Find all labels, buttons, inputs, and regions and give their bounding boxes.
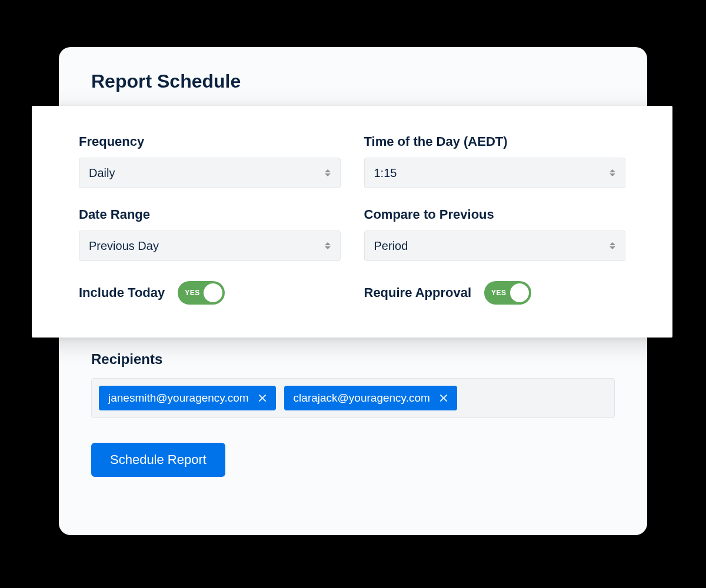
recipients-label: Recipients — [91, 351, 615, 368]
remove-recipient-icon[interactable] — [438, 393, 449, 403]
toggle-state: YES — [491, 289, 507, 297]
submit-row: Schedule Report — [91, 443, 615, 477]
recipient-email: clarajack@youragency.com — [294, 392, 430, 405]
recipient-chip: clarajack@youragency.com — [284, 386, 457, 410]
compare-to-select[interactable]: Period — [364, 230, 626, 261]
frequency-label: Frequency — [79, 134, 341, 149]
include-today-row: Include Today YES — [79, 281, 341, 305]
select-caret-icon — [610, 242, 615, 249]
remove-recipient-icon[interactable] — [257, 393, 268, 403]
toggle-knob — [204, 283, 222, 302]
time-field: Time of the Day (AEDT) 1:15 — [364, 134, 626, 188]
select-caret-icon — [610, 169, 615, 176]
date-range-label: Date Range — [79, 207, 341, 222]
time-select[interactable]: 1:15 — [364, 158, 626, 188]
time-label: Time of the Day (AEDT) — [364, 134, 626, 149]
frequency-select[interactable]: Daily — [79, 158, 341, 188]
schedule-report-button[interactable]: Schedule Report — [91, 443, 225, 477]
include-today-label: Include Today — [79, 285, 165, 300]
date-range-select[interactable]: Previous Day — [79, 230, 341, 261]
recipients-section: Recipients janesmith@youragency.com clar… — [91, 351, 615, 418]
compare-to-value: Period — [374, 239, 408, 253]
require-approval-toggle[interactable]: YES — [484, 281, 531, 305]
compare-to-label: Compare to Previous — [364, 207, 626, 222]
recipient-email: janesmith@youragency.com — [108, 392, 249, 405]
recipient-chip: janesmith@youragency.com — [99, 386, 276, 410]
frequency-field: Frequency Daily — [79, 134, 341, 188]
toggle-state: YES — [185, 289, 200, 297]
recipients-input[interactable]: janesmith@youragency.com clarajack@youra… — [91, 378, 615, 418]
date-range-value: Previous Day — [89, 239, 159, 253]
compare-to-field: Compare to Previous Period — [364, 207, 626, 261]
include-today-toggle[interactable]: YES — [178, 281, 225, 305]
page-title: Report Schedule — [91, 71, 615, 92]
require-approval-row: Require Approval YES — [364, 281, 626, 305]
select-caret-icon — [325, 169, 331, 176]
toggle-knob — [510, 283, 529, 302]
date-range-field: Date Range Previous Day — [79, 207, 341, 261]
frequency-value: Daily — [89, 166, 115, 180]
time-value: 1:15 — [374, 166, 397, 180]
schedule-settings-panel: Frequency Daily Time of the Day (AEDT) 1… — [32, 106, 672, 338]
require-approval-label: Require Approval — [364, 285, 472, 300]
select-caret-icon — [325, 242, 331, 249]
